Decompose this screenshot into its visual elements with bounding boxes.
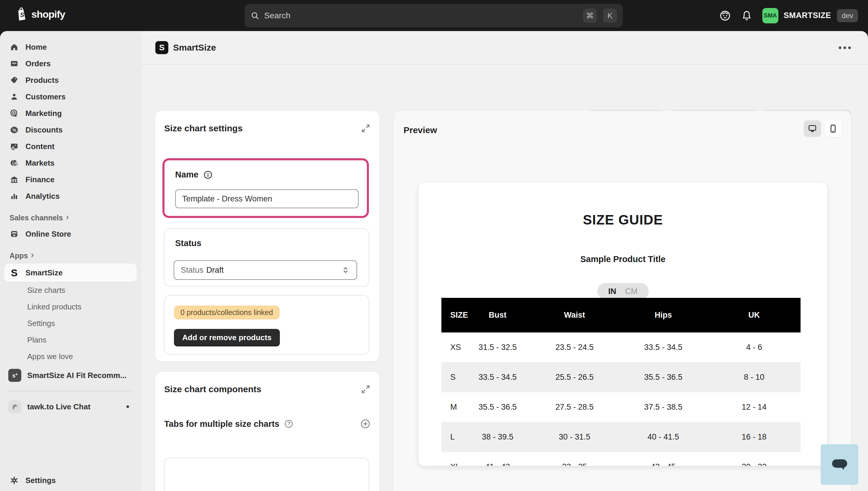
column-header: Bust (465, 298, 530, 333)
sidebar-item-label: Marketing (25, 109, 62, 118)
home-icon (9, 42, 19, 52)
sidebar-subitem-size-charts[interactable]: Size charts (0, 282, 141, 298)
sidebar-item-label: Analytics (25, 192, 60, 201)
search-input[interactable]: Search ⌘ K (245, 4, 623, 28)
topbar: S shopify Search ⌘ K SMA SMARTSIZE dev (0, 0, 868, 31)
smartsize-logo-icon: S (9, 267, 19, 279)
add-tab-button[interactable] (360, 418, 371, 429)
unit-cm-option[interactable]: CM (625, 287, 638, 296)
sidebar-item-orders[interactable]: Orders (0, 55, 141, 72)
tab-item-box (164, 458, 369, 491)
sidebar-subitem-linked-products[interactable]: Linked products (0, 298, 141, 315)
sidebar-item-tawk-chat[interactable]: tawk.to Live Chat • (0, 396, 141, 417)
name-input[interactable] (175, 189, 358, 208)
chevron-right-icon: › (66, 217, 69, 219)
cell: 35.5 - 36.5 (619, 362, 708, 392)
bank-icon (9, 175, 19, 184)
cell: 31.5 - 32.5 (465, 333, 530, 362)
storefront-icon (9, 230, 19, 238)
desktop-view-button[interactable] (804, 120, 821, 137)
sidebar-item-label: Settings (25, 476, 56, 485)
assistant-face-icon[interactable] (719, 10, 731, 22)
sales-channels-header[interactable]: Sales channels › (0, 210, 141, 226)
sidebar-item-label: Discounts (25, 125, 63, 135)
cell: 33.5 - 34.5 (619, 333, 708, 362)
tag-icon (9, 76, 19, 85)
sidebar-item-finance[interactable]: Finance (0, 171, 141, 188)
cell: 16 - 18 (708, 422, 801, 452)
sidebar-item-label: Online Store (25, 230, 71, 239)
overflow-menu-button[interactable] (836, 44, 854, 52)
status-select[interactable]: Status Draft (174, 260, 357, 280)
cell: 25.5 - 26.5 (530, 362, 619, 392)
column-header: SIZE (441, 298, 465, 333)
cell: 33 - 35 (530, 452, 619, 466)
cell: 23.5 - 24.5 (530, 333, 619, 362)
sidebar-item-settings[interactable]: Settings (0, 472, 141, 489)
svg-text:?: ? (288, 421, 291, 426)
status-title: Status (175, 238, 201, 248)
store-name[interactable]: SMARTSIZE (784, 11, 831, 20)
live-chat-button[interactable] (821, 444, 858, 485)
status-select-value: Draft (206, 266, 224, 275)
add-remove-products-button[interactable]: Add or remove products (174, 329, 280, 346)
svg-text:S: S (20, 11, 24, 18)
table-header-row: SIZE Bust Waist Hips UK (441, 298, 801, 333)
sidebar-item-analytics[interactable]: Analytics (0, 188, 141, 204)
cell: 4 - 6 (708, 333, 801, 362)
sidebar-item-label: Home (25, 42, 47, 52)
unit-toggle[interactable]: IN CM (597, 283, 649, 300)
unit-in-option[interactable]: IN (608, 287, 616, 296)
expand-icon[interactable] (360, 384, 371, 394)
tawk-parrot-icon (8, 400, 21, 413)
sidebar-item-smartsize[interactable]: S SmartSize (4, 264, 137, 282)
sidebar-item-customers[interactable]: Customers (0, 88, 141, 105)
sidebar-item-markets[interactable]: $ Markets (0, 155, 141, 171)
sidebar-item-label: SmartSize (25, 268, 63, 278)
store-avatar[interactable]: SMA (762, 8, 778, 23)
size-chart-table: SIZE Bust Waist Hips UK XS31.5 - 32.523.… (441, 298, 801, 466)
sidebar-item-label: Content (25, 142, 54, 151)
sidebar-item-online-store[interactable]: Online Store (0, 226, 141, 242)
sidebar-subitem-settings[interactable]: Settings (0, 315, 141, 331)
linked-count-badge: 0 products/collections linked (174, 306, 280, 319)
table-row: S33.5 - 34.525.5 - 26.535.5 - 36.58 - 10 (441, 362, 801, 392)
bar-chart-icon (9, 192, 19, 201)
sidebar-item-label: Products (25, 76, 59, 85)
sidebar-item-label: tawk.to Live Chat (27, 402, 90, 411)
cell: S (441, 362, 465, 392)
table-row: L38 - 39.530 - 31.540 - 41.516 - 18 (441, 422, 801, 452)
discount-icon: % (9, 125, 19, 134)
sidebar-item-discounts[interactable]: % Discounts (0, 121, 141, 138)
sidebar-item-products[interactable]: Products (0, 72, 141, 88)
notifications-bell-icon[interactable] (741, 10, 752, 21)
cell: 43 - 45 (619, 452, 708, 466)
sidebar-subitem-apps-we-love[interactable]: Apps we love (0, 348, 141, 365)
sidebar-item-content[interactable]: Content (0, 138, 141, 155)
cell: 40 - 41.5 (619, 422, 708, 452)
sidebar-item-label: Orders (25, 59, 51, 68)
apps-header[interactable]: Apps › (0, 248, 141, 264)
expand-icon[interactable] (360, 123, 371, 134)
select-caret-icon (341, 266, 350, 275)
shopify-logo[interactable]: S shopify (16, 7, 65, 21)
table-row: XS31.5 - 32.523.5 - 24.533.5 - 34.54 - 6 (441, 333, 801, 362)
cell: L (441, 422, 465, 452)
sidebar-item-home[interactable]: Home (0, 39, 141, 55)
info-icon[interactable] (203, 170, 213, 179)
tabs-row: Tabs for multiple size charts ? (164, 418, 371, 429)
cell: 20 - 22 (708, 452, 801, 466)
card-title: Size chart settings (164, 123, 242, 134)
sidebar: Home Orders Products Customers Marketing… (0, 31, 141, 491)
help-icon[interactable]: ? (284, 419, 293, 429)
preview-panel: Preview SIZE GUIDE Sample Product Title … (394, 111, 851, 491)
sidebar-item-label: Markets (25, 158, 54, 168)
cell: 33.5 - 34.5 (465, 362, 530, 392)
shopify-bag-icon: S (16, 7, 28, 21)
mobile-view-button[interactable] (824, 120, 842, 137)
sidebar-subitem-plans[interactable]: Plans (0, 331, 141, 348)
sidebar-item-marketing[interactable]: Marketing (0, 105, 141, 121)
sidebar-item-ai-fit-app[interactable]: s SmartSize AI Fit Recomm... (0, 365, 141, 386)
svg-text:s: s (12, 372, 16, 379)
cell: 8 - 10 (708, 362, 801, 392)
